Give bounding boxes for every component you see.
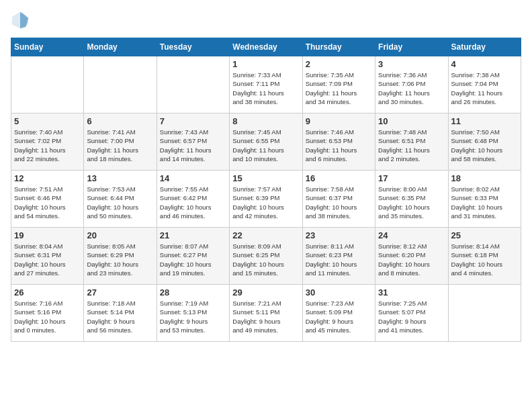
day-info: Sunrise: 7:18 AM Sunset: 5:14 PM Dayligh… <box>87 299 153 334</box>
calendar-cell: 7Sunrise: 7:43 AM Sunset: 6:57 PM Daylig… <box>157 113 229 171</box>
day-number: 13 <box>87 173 153 183</box>
calendar-cell: 5Sunrise: 7:40 AM Sunset: 7:02 PM Daylig… <box>11 113 84 171</box>
day-info: Sunrise: 8:02 AM Sunset: 6:33 PM Dayligh… <box>451 185 518 220</box>
calendar-cell: 30Sunrise: 7:23 AM Sunset: 5:09 PM Dayli… <box>302 285 375 342</box>
day-number: 30 <box>306 287 372 298</box>
day-number: 9 <box>306 116 372 126</box>
day-number: 29 <box>232 287 299 298</box>
calendar-cell: 8Sunrise: 7:45 AM Sunset: 6:55 PM Daylig… <box>230 113 302 171</box>
calendar-cell: 19Sunrise: 8:04 AM Sunset: 6:31 PM Dayli… <box>11 228 84 285</box>
day-number: 11 <box>451 116 518 126</box>
weekday-header: Thursday <box>302 38 375 56</box>
day-info: Sunrise: 7:23 AM Sunset: 5:09 PM Dayligh… <box>306 299 372 334</box>
day-info: Sunrise: 7:19 AM Sunset: 5:13 PM Dayligh… <box>160 299 226 334</box>
calendar-cell <box>11 56 84 113</box>
weekday-header: Tuesday <box>157 38 229 56</box>
calendar-cell: 3Sunrise: 7:36 AM Sunset: 7:06 PM Daylig… <box>375 56 448 113</box>
day-info: Sunrise: 7:16 AM Sunset: 5:16 PM Dayligh… <box>14 299 81 334</box>
day-info: Sunrise: 8:05 AM Sunset: 6:29 PM Dayligh… <box>87 242 153 277</box>
day-number: 22 <box>232 230 299 240</box>
calendar-cell: 11Sunrise: 7:50 AM Sunset: 6:48 PM Dayli… <box>448 113 521 171</box>
day-info: Sunrise: 7:50 AM Sunset: 6:48 PM Dayligh… <box>451 128 518 163</box>
calendar-cell: 20Sunrise: 8:05 AM Sunset: 6:29 PM Dayli… <box>84 228 157 285</box>
day-number: 21 <box>160 230 226 240</box>
calendar-cell: 22Sunrise: 8:09 AM Sunset: 6:25 PM Dayli… <box>230 228 302 285</box>
calendar-cell: 6Sunrise: 7:41 AM Sunset: 7:00 PM Daylig… <box>84 113 157 171</box>
calendar-cell: 10Sunrise: 7:48 AM Sunset: 6:51 PM Dayli… <box>375 113 448 171</box>
day-number: 8 <box>232 116 299 126</box>
calendar-cell <box>157 56 229 113</box>
day-info: Sunrise: 7:53 AM Sunset: 6:44 PM Dayligh… <box>87 185 153 220</box>
day-info: Sunrise: 7:55 AM Sunset: 6:42 PM Dayligh… <box>160 185 226 220</box>
calendar-cell: 27Sunrise: 7:18 AM Sunset: 5:14 PM Dayli… <box>84 285 157 342</box>
day-number: 17 <box>378 173 445 183</box>
calendar-cell: 15Sunrise: 7:57 AM Sunset: 6:39 PM Dayli… <box>230 171 302 228</box>
calendar-cell: 4Sunrise: 7:38 AM Sunset: 7:04 PM Daylig… <box>448 56 521 113</box>
calendar-cell: 9Sunrise: 7:46 AM Sunset: 6:53 PM Daylig… <box>302 113 375 171</box>
day-number: 6 <box>87 116 153 126</box>
svg-marker-1 <box>20 12 28 28</box>
day-info: Sunrise: 7:43 AM Sunset: 6:57 PM Dayligh… <box>160 128 226 163</box>
calendar-cell: 13Sunrise: 7:53 AM Sunset: 6:44 PM Dayli… <box>84 171 157 228</box>
calendar-table: SundayMondayTuesdayWednesdayThursdayFrid… <box>11 38 521 342</box>
calendar-cell: 31Sunrise: 7:25 AM Sunset: 5:07 PM Dayli… <box>375 285 448 342</box>
day-number: 12 <box>14 173 81 183</box>
day-number: 1 <box>232 59 299 69</box>
day-info: Sunrise: 8:00 AM Sunset: 6:35 PM Dayligh… <box>378 185 445 220</box>
calendar-cell: 24Sunrise: 8:12 AM Sunset: 6:20 PM Dayli… <box>375 228 448 285</box>
logo <box>11 11 32 30</box>
day-info: Sunrise: 8:07 AM Sunset: 6:27 PM Dayligh… <box>160 242 226 277</box>
day-number: 10 <box>378 116 445 126</box>
day-number: 28 <box>160 287 226 298</box>
day-number: 16 <box>306 173 372 183</box>
calendar-cell: 25Sunrise: 8:14 AM Sunset: 6:18 PM Dayli… <box>448 228 521 285</box>
day-number: 3 <box>378 59 445 69</box>
day-number: 2 <box>306 59 372 69</box>
day-info: Sunrise: 7:21 AM Sunset: 5:11 PM Dayligh… <box>232 299 299 334</box>
day-info: Sunrise: 7:45 AM Sunset: 6:55 PM Dayligh… <box>232 128 299 163</box>
calendar-cell: 1Sunrise: 7:33 AM Sunset: 7:11 PM Daylig… <box>230 56 302 113</box>
day-number: 5 <box>14 116 81 126</box>
day-info: Sunrise: 8:11 AM Sunset: 6:23 PM Dayligh… <box>306 242 372 277</box>
day-number: 25 <box>451 230 518 240</box>
day-info: Sunrise: 7:51 AM Sunset: 6:46 PM Dayligh… <box>14 185 81 220</box>
day-number: 7 <box>160 116 226 126</box>
day-info: Sunrise: 7:36 AM Sunset: 7:06 PM Dayligh… <box>378 71 445 106</box>
day-number: 14 <box>160 173 226 183</box>
weekday-header: Saturday <box>448 38 521 56</box>
day-number: 23 <box>306 230 372 240</box>
day-number: 24 <box>378 230 445 240</box>
day-info: Sunrise: 7:57 AM Sunset: 6:39 PM Dayligh… <box>232 185 299 220</box>
weekday-header: Wednesday <box>230 38 302 56</box>
day-info: Sunrise: 7:25 AM Sunset: 5:07 PM Dayligh… <box>378 299 445 334</box>
day-number: 15 <box>232 173 299 183</box>
day-number: 31 <box>378 287 445 298</box>
calendar-cell: 23Sunrise: 8:11 AM Sunset: 6:23 PM Dayli… <box>302 228 375 285</box>
weekday-header: Friday <box>375 38 448 56</box>
day-info: Sunrise: 7:35 AM Sunset: 7:09 PM Dayligh… <box>306 71 372 106</box>
day-number: 27 <box>87 287 153 298</box>
calendar-cell: 14Sunrise: 7:55 AM Sunset: 6:42 PM Dayli… <box>157 171 229 228</box>
day-info: Sunrise: 8:12 AM Sunset: 6:20 PM Dayligh… <box>378 242 445 277</box>
calendar-cell <box>448 285 521 342</box>
day-number: 20 <box>87 230 153 240</box>
day-info: Sunrise: 7:58 AM Sunset: 6:37 PM Dayligh… <box>306 185 372 220</box>
logo-icon <box>11 11 30 30</box>
day-info: Sunrise: 7:46 AM Sunset: 6:53 PM Dayligh… <box>306 128 372 163</box>
day-info: Sunrise: 7:40 AM Sunset: 7:02 PM Dayligh… <box>14 128 81 163</box>
calendar-cell: 26Sunrise: 7:16 AM Sunset: 5:16 PM Dayli… <box>11 285 84 342</box>
calendar-cell: 28Sunrise: 7:19 AM Sunset: 5:13 PM Dayli… <box>157 285 229 342</box>
day-info: Sunrise: 7:33 AM Sunset: 7:11 PM Dayligh… <box>232 71 299 106</box>
day-number: 4 <box>451 59 518 69</box>
day-info: Sunrise: 7:41 AM Sunset: 7:00 PM Dayligh… <box>87 128 153 163</box>
calendar-cell <box>84 56 157 113</box>
weekday-header: Sunday <box>11 38 84 56</box>
day-number: 19 <box>14 230 81 240</box>
calendar-cell: 18Sunrise: 8:02 AM Sunset: 6:33 PM Dayli… <box>448 171 521 228</box>
calendar-cell: 12Sunrise: 7:51 AM Sunset: 6:46 PM Dayli… <box>11 171 84 228</box>
day-info: Sunrise: 8:04 AM Sunset: 6:31 PM Dayligh… <box>14 242 81 277</box>
weekday-header: Monday <box>84 38 157 56</box>
day-info: Sunrise: 8:14 AM Sunset: 6:18 PM Dayligh… <box>451 242 518 277</box>
calendar-cell: 16Sunrise: 7:58 AM Sunset: 6:37 PM Dayli… <box>302 171 375 228</box>
day-info: Sunrise: 7:48 AM Sunset: 6:51 PM Dayligh… <box>378 128 445 163</box>
